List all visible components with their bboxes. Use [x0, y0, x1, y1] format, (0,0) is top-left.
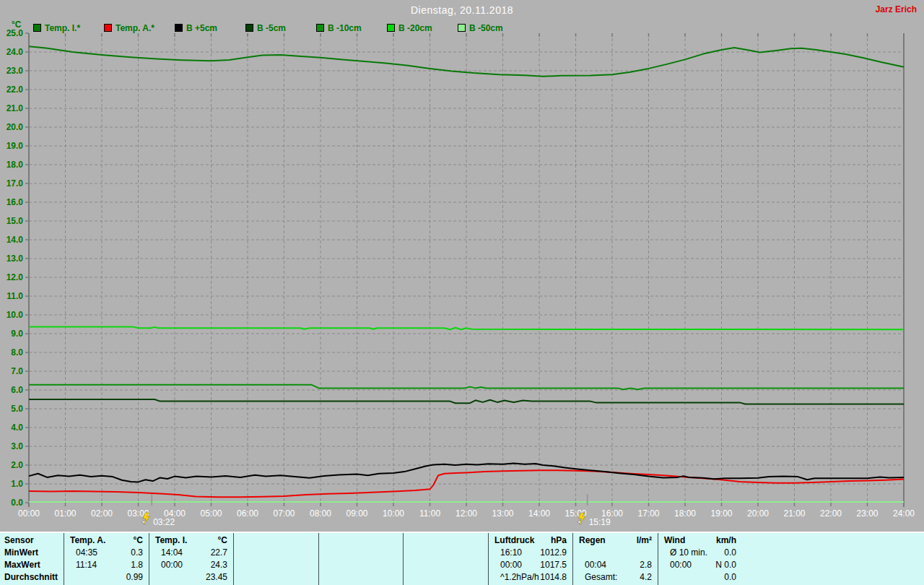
user-name: Jarz Erich	[876, 4, 917, 14]
stats-cell-time: 04:35	[64, 547, 97, 559]
x-axis-label: 20:00	[747, 508, 769, 519]
stats-col-unit	[397, 534, 403, 547]
stats-cell-time	[234, 571, 245, 584]
stats-cell-value: 0.3	[131, 547, 149, 559]
stats-cell-time	[319, 547, 331, 559]
y-axis-label: 7.0	[11, 366, 23, 376]
stats-cell-value: 2.8	[640, 559, 658, 571]
y-axis-label: 19.0	[6, 141, 24, 151]
legend-item-label: Temp. A.*	[116, 23, 154, 33]
stats-filler	[742, 533, 924, 585]
y-axis-label: 8.0	[11, 347, 23, 358]
y-axis-label: 18.0	[6, 160, 24, 170]
stats-col-unit	[313, 534, 318, 547]
stats-cell-value: 0.0	[724, 547, 742, 559]
stats-cell-time: 11:14	[64, 559, 97, 571]
legend-item-b-10cm: B -10cm	[316, 21, 362, 30]
y-axis-label: 20.0	[6, 122, 24, 132]
y-axis-label: 4.0	[11, 422, 23, 433]
stats-cell-value: 24.3	[211, 559, 233, 571]
y-axis-label: 11.0	[6, 291, 23, 301]
stats-cell-value: 4.2	[640, 571, 658, 584]
legend-item-temp-a: Temp. A.*	[104, 21, 154, 30]
legend-item-label: Temp. I.*	[45, 23, 80, 33]
y-axis-label: 1.0	[11, 479, 23, 489]
y-axis-label: 5.0	[11, 404, 23, 414]
stats-cell-time	[404, 559, 415, 571]
stats-col-header: Temp. I.	[149, 534, 187, 547]
stats-cell-time	[404, 571, 415, 584]
stats-col-unit: °C	[134, 534, 149, 547]
chart-canvas[interactable]: 25.024.023.022.021.020.019.018.017.016.0…	[0, 0, 924, 532]
legend-item-label: B -20cm	[398, 23, 432, 33]
stats-cell-value	[313, 559, 318, 571]
legend-item-b-50cm: B -50cm	[458, 21, 503, 30]
y-axis-label: 12.0	[6, 272, 24, 282]
x-axis-label: 02:00	[91, 508, 113, 519]
stats-column-luftdruck: LuftdruckhPa16:101012.900:001017.5^1.2hP…	[488, 533, 572, 585]
x-axis-label: 12:00	[456, 508, 477, 519]
x-axis-label: 01:00	[54, 508, 76, 519]
stats-row-label: Durchschnitt	[0, 571, 58, 584]
stats-cell-time: 00:00	[658, 559, 692, 571]
y-axis-label: 23.0	[6, 66, 24, 76]
stats-cell-time	[64, 571, 76, 584]
stats-cell-time: 00:00	[489, 559, 522, 571]
y-axis-label: 0.0	[11, 498, 23, 508]
stats-cell-value	[652, 547, 658, 559]
x-axis-label: 24:00	[893, 508, 915, 519]
stats-cell-value	[482, 571, 488, 584]
y-axis-label: 13.0	[6, 254, 24, 264]
y-axis-label: 22.0	[6, 84, 24, 95]
y-axis-label: 3.0	[11, 441, 23, 451]
y-axis-label: 16.0	[6, 197, 24, 207]
stats-column-empty	[318, 533, 403, 585]
stats-cell-time: 00:00	[149, 559, 183, 571]
stats-cell-time	[149, 571, 161, 584]
stats-col-header: Luftdruck	[489, 534, 534, 547]
stats-cell-time: 16:10	[489, 547, 522, 559]
stats-cell-time	[404, 547, 415, 559]
stats-cell-value: 0.99	[126, 571, 149, 584]
x-axis-label: 11:00	[419, 508, 440, 519]
legend-swatch	[245, 24, 253, 32]
x-axis-label: 21:00	[783, 508, 805, 519]
stats-cell-value: 22.7	[211, 547, 233, 559]
y-axis-label: 15.0	[6, 216, 24, 226]
event-marker-time: 03:22	[153, 517, 175, 527]
stats-cell-time: ^1.2hPa/h	[489, 571, 539, 584]
legend-swatch	[175, 24, 183, 32]
legend-item-b-5cm: B +5cm	[175, 21, 217, 30]
stats-col-unit: °C	[218, 534, 233, 547]
legend-item-temp-i: Temp. I.*	[33, 21, 80, 30]
stats-col-unit: l/m²	[637, 534, 658, 547]
y-axis-unit: °C	[12, 20, 21, 30]
stats-row-label: MaxWert	[0, 559, 40, 571]
x-axis-label: 19:00	[710, 508, 732, 519]
stats-cell-value: 1014.8	[540, 571, 572, 584]
stats-cell-time: 14:04	[149, 547, 183, 559]
x-axis-label: 06:00	[237, 508, 258, 519]
x-axis-label: 08:00	[310, 508, 331, 519]
x-axis-label: 10:00	[383, 508, 404, 519]
y-axis-label: 25.0	[6, 28, 24, 38]
legend-item-b-5cm: B -5cm	[245, 21, 286, 30]
x-axis-label: 17:00	[637, 508, 659, 519]
weather-logger-window: 25.024.023.022.021.020.019.018.017.016.0…	[0, 0, 924, 585]
stats-cell-value: 0.0	[724, 571, 742, 584]
x-axis-label: 00:00	[18, 508, 40, 519]
legend-swatch	[316, 24, 324, 32]
y-axis-label: 17.0	[6, 178, 24, 188]
stats-cell-value	[313, 547, 318, 559]
stats-cell-time: Gesamt:	[573, 571, 617, 584]
stats-column-empty	[403, 533, 488, 585]
y-axis-label: 14.0	[6, 235, 24, 245]
stats-cell-time: 00:04	[573, 559, 606, 571]
y-axis-label: 6.0	[11, 385, 23, 395]
x-axis-label: 07:00	[273, 508, 295, 519]
legend-item-label: B -50cm	[469, 23, 503, 33]
y-axis-label: 24.0	[6, 47, 24, 57]
stats-cell-time	[319, 559, 331, 571]
stats-col-header: Wind	[658, 534, 685, 547]
x-axis-label: 13:00	[492, 508, 513, 519]
